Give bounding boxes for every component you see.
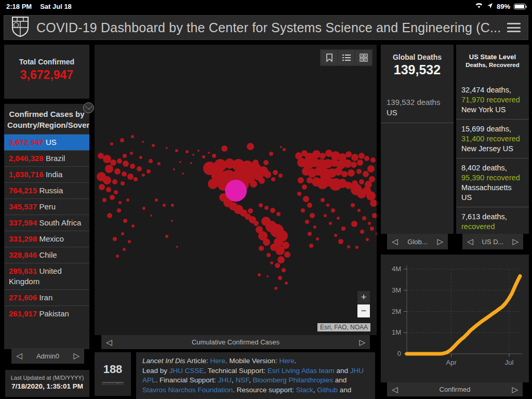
battery-icon — [514, 4, 526, 9]
next-arrow-icon[interactable]: ▷ — [512, 237, 518, 246]
state-panel-subtitle: Deaths, Recovered — [456, 62, 529, 68]
pager-label: Admin0 — [22, 352, 74, 360]
global-deaths-panel: Global Deaths 139,532 139,532 deathsUS — [381, 45, 454, 234]
expand-icon[interactable]: ⤡⤢ — [83, 102, 94, 113]
credit-link[interactable]: Github — [317, 386, 338, 394]
status-bar: 2:18 PM Sat Jul 18 89% — [0, 0, 532, 12]
global-death-row[interactable]: 139,532 deathsUS — [381, 92, 454, 123]
bookmark-icon[interactable] — [321, 50, 337, 65]
state-place: New Jersey US — [461, 144, 524, 154]
country-row[interactable]: 328,846 Chile — [4, 247, 89, 263]
country-name: South Africa — [37, 218, 81, 227]
credit-link[interactable]: JHU CSSE — [169, 367, 204, 375]
state-list: 32,474 deaths, 71,970 recoveredNew York … — [456, 81, 529, 234]
country-row[interactable]: 261,917 Pakistan — [4, 305, 89, 322]
credit-link[interactable]: Here — [210, 357, 225, 365]
last-updated-panel: Last Updated at (M/D/YYYY) 7/18/2020, 1:… — [5, 370, 89, 397]
location-icon — [487, 3, 493, 10]
country-row[interactable]: 331,298 Mexico — [4, 231, 89, 247]
date: Sat Jul 18 — [40, 3, 72, 10]
credit-text: . Financial Support: — [156, 376, 218, 384]
country-cases-panel: Confirmed Cases by Country/Region/Sovere… — [4, 104, 89, 349]
countries-count-panel: 188 countries/regions — [95, 352, 131, 396]
credit-text: . Technical Support: — [204, 367, 268, 375]
svg-text:Apr: Apr — [446, 358, 457, 366]
death-place: US — [387, 108, 397, 117]
prev-arrow-icon[interactable]: ◁ — [16, 351, 22, 361]
menu-button[interactable] — [507, 23, 521, 32]
country-row[interactable]: 345,537 Peru — [4, 198, 89, 215]
last-updated-value: 7/18/2020, 1:35:01 PM — [5, 382, 89, 390]
country-cases: 2,046,328 — [9, 154, 44, 163]
state-recovered: recovered — [461, 222, 495, 231]
credit-link[interactable]: Here — [279, 357, 294, 365]
country-row[interactable]: 764,215 Russia — [4, 182, 89, 198]
credit-link[interactable]: Bloomberg Philanthropies — [252, 376, 333, 384]
credit-text: . Resource support: — [233, 386, 296, 394]
svg-text:1M: 1M — [392, 328, 401, 336]
credits-panel: Lancet Inf Dis Article: Here. Mobile Ver… — [136, 352, 375, 399]
credit-link[interactable]: NSF — [235, 376, 249, 384]
country-cases: 271,606 — [9, 293, 37, 302]
next-arrow-icon[interactable]: ▷ — [437, 237, 443, 246]
country-cases: 337,594 — [9, 218, 37, 227]
prev-arrow-icon[interactable]: ◁ — [392, 237, 398, 246]
state-row[interactable]: 8,402 deaths, 95,390 recoveredMassachuse… — [456, 158, 529, 207]
country-row[interactable]: 295,631 United Kingdom — [4, 263, 89, 289]
basemap-icon[interactable] — [355, 50, 371, 65]
global-deaths-title: Global Deaths — [381, 53, 454, 61]
state-deaths: 32,474 deaths, — [461, 86, 511, 94]
credit-text: and — [335, 367, 350, 375]
zoom-out-button[interactable]: − — [357, 304, 370, 317]
country-name: Brazil — [44, 154, 65, 163]
countries-count-label: countries/regions — [102, 381, 124, 385]
us-state-level-panel: US State Level Deaths, Recovered 32,474 … — [456, 45, 529, 234]
selected-country-bubble — [225, 180, 247, 202]
country-row[interactable]: 337,594 South Africa — [4, 215, 89, 231]
zoom-in-button[interactable]: + — [357, 291, 370, 304]
credit-link[interactable]: Stavros Niarchos Foundation — [142, 386, 233, 394]
prev-arrow-icon[interactable]: ◁ — [392, 385, 398, 394]
next-arrow-icon[interactable]: ▷ — [359, 338, 365, 347]
clock: 2:18 PM — [6, 3, 32, 10]
country-row[interactable]: 1,038,716 India — [4, 166, 89, 182]
state-row[interactable]: 7,613 deaths, recovered — [456, 207, 529, 234]
svg-text:3M: 3M — [392, 286, 401, 294]
page-title: COVID-19 Dashboard by the Center for Sys… — [36, 20, 502, 35]
app-header: COVID-19 Dashboard by the Center for Sys… — [4, 15, 528, 40]
credit-link[interactable]: Esri Living Atlas team — [268, 367, 335, 375]
country-row[interactable]: 2,046,328 Brazil — [4, 150, 89, 166]
country-name: Pakistan — [37, 309, 69, 318]
credit-link[interactable]: JHU — [218, 376, 232, 384]
credit-text: Lead by — [142, 367, 169, 375]
country-row[interactable]: 271,606 Iran — [4, 289, 89, 305]
country-name: US — [44, 138, 57, 147]
total-confirmed-panel: Total Confirmed 3,672,947 — [4, 45, 89, 99]
state-place: New York US — [461, 105, 524, 115]
country-list: 3,672,947 US2,046,328 Brazil1,038,716 In… — [4, 134, 89, 322]
legend-icon[interactable] — [338, 50, 354, 65]
credit-link[interactable]: Slack — [296, 386, 313, 394]
state-row[interactable]: 32,474 deaths, 71,970 recoveredNew York … — [456, 81, 529, 119]
prev-arrow-icon[interactable]: ◁ — [106, 338, 112, 347]
country-row[interactable]: 3,672,947 US — [4, 134, 89, 150]
next-arrow-icon[interactable]: ▷ — [512, 385, 518, 394]
trend-chart-panel: 01M2M3M4MAprJul — [381, 255, 529, 382]
global-pager-label: Glob... — [398, 238, 437, 246]
country-name: Chile — [37, 250, 57, 259]
country-name: India — [44, 170, 63, 179]
jhu-shield-icon — [11, 16, 29, 39]
credit-text: and — [333, 376, 347, 384]
prev-arrow-icon[interactable]: ◁ — [467, 237, 473, 246]
state-row[interactable]: 15,699 deaths, 31,400 recoveredNew Jerse… — [456, 119, 529, 158]
last-updated-label: Last Updated at (M/D/YYYY) — [5, 375, 89, 381]
next-arrow-icon[interactable]: ▷ — [73, 351, 79, 361]
country-name: Mexico — [37, 234, 64, 243]
state-pager: ◁ US D... ▷ — [462, 234, 523, 249]
world-map[interactable]: + − Esri, FAO, NOAA — [95, 45, 377, 335]
country-name: Peru — [37, 202, 56, 211]
country-cases: 331,298 — [9, 234, 37, 243]
death-count: 139,532 deaths — [387, 98, 440, 107]
state-recovered: 31,400 recovered — [461, 135, 520, 143]
total-confirmed-title: Total Confirmed — [4, 58, 89, 66]
